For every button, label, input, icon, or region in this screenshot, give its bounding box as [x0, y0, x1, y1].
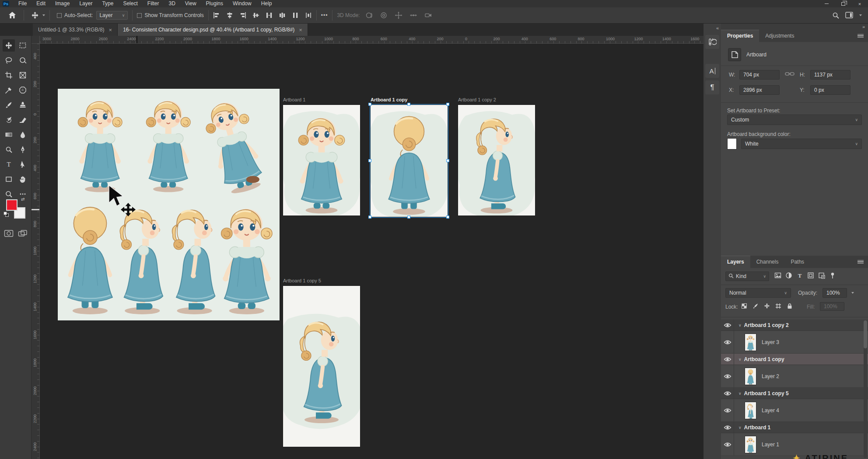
- tool-preset-caret-icon[interactable]: [42, 14, 45, 16]
- layer-group-row[interactable]: ∨Artboard 1: [721, 422, 868, 433]
- slide-3d-icon[interactable]: [410, 11, 417, 19]
- blend-mode-dropdown[interactable]: Normal∨: [725, 288, 791, 298]
- x-field[interactable]: 2896 px: [739, 85, 780, 95]
- width-field[interactable]: 704 px: [739, 70, 780, 80]
- visibility-eye-icon[interactable]: [721, 354, 734, 365]
- tab-channels[interactable]: Channels: [750, 256, 785, 268]
- eyedropper-tool-icon[interactable]: [3, 84, 15, 96]
- menu-item-filter[interactable]: Filter: [143, 0, 164, 7]
- opacity-caret-icon[interactable]: [851, 292, 854, 294]
- home-icon[interactable]: [5, 11, 19, 20]
- group-caret-icon[interactable]: ∨: [738, 391, 742, 396]
- menu-item-help[interactable]: Help: [256, 0, 277, 7]
- visibility-eye-icon[interactable]: [721, 320, 734, 330]
- panel-menu-icon[interactable]: [858, 33, 864, 39]
- align-top-icon[interactable]: [252, 12, 259, 19]
- tab-adjustments[interactable]: Adjustments: [759, 30, 800, 42]
- y-field[interactable]: 0 px: [810, 85, 850, 95]
- lock-transparent-icon[interactable]: [741, 303, 747, 309]
- link-dimensions-icon[interactable]: [785, 71, 794, 79]
- type-tool-icon[interactable]: T: [3, 158, 15, 170]
- visibility-eye-icon[interactable]: [721, 422, 734, 433]
- dolly-3d-icon[interactable]: [424, 11, 432, 19]
- move-tool-options-icon[interactable]: [28, 11, 42, 19]
- lock-artboard-icon[interactable]: [775, 303, 781, 309]
- layer-row[interactable]: Layer 2: [721, 365, 868, 388]
- visibility-eye-icon[interactable]: [721, 399, 734, 421]
- tab-layers[interactable]: Layers: [721, 256, 750, 268]
- menu-item-edit[interactable]: Edit: [32, 0, 50, 7]
- auto-select-target-dropdown[interactable]: Layer ∨: [96, 11, 128, 20]
- layer-group-row[interactable]: ∨Artboard 1 copy 2: [721, 320, 868, 331]
- visibility-eye-icon[interactable]: [721, 388, 734, 399]
- history-brush-tool-icon[interactable]: [3, 114, 15, 126]
- group-caret-icon[interactable]: ∨: [738, 357, 742, 362]
- object-select-tool-icon[interactable]: [17, 54, 29, 66]
- artboard-3[interactable]: [458, 105, 535, 216]
- artboard-canvas-label[interactable]: Artboard 1 copy 5: [283, 278, 321, 283]
- distribute-right-edge-icon[interactable]: [292, 12, 299, 19]
- tab-paths[interactable]: Paths: [784, 256, 810, 268]
- shape-layer-filter-icon[interactable]: [807, 272, 814, 281]
- drag-3d-icon[interactable]: [395, 11, 402, 19]
- menu-item-layer[interactable]: Layer: [74, 0, 97, 7]
- document-canvas[interactable]: Artboard 1 Artboard 1 copy Artboard 1 co…: [40, 44, 704, 459]
- group-caret-icon[interactable]: ∨: [738, 425, 742, 430]
- horizontal-ruler[interactable]: 3000280026002400220020001800160014001200…: [40, 36, 704, 44]
- layers-scrollbar[interactable]: [864, 320, 867, 458]
- chevron-down-icon[interactable]: [859, 14, 862, 16]
- collapse-panels-icon[interactable]: «: [716, 25, 718, 31]
- quick-mask-icon[interactable]: [3, 227, 15, 240]
- artboard-4[interactable]: [283, 286, 360, 447]
- menu-item-view[interactable]: View: [180, 0, 201, 7]
- auto-select-checkbox[interactable]: [57, 13, 62, 18]
- rectangle-tool-icon[interactable]: [3, 173, 15, 185]
- distribute-gap-icon[interactable]: [305, 12, 312, 19]
- artboard-canvas-label[interactable]: Artboard 1 copy: [371, 97, 407, 102]
- bg-color-dropdown[interactable]: White∨: [741, 139, 862, 149]
- dodge-tool-icon[interactable]: [3, 143, 15, 156]
- lock-paint-icon[interactable]: [752, 303, 759, 309]
- distribute-center-icon[interactable]: [279, 12, 286, 19]
- artboard-1[interactable]: [283, 105, 360, 216]
- expand-panels-icon[interactable]: »: [862, 24, 864, 29]
- menu-item-image[interactable]: Image: [50, 0, 74, 7]
- tab-properties[interactable]: Properties: [721, 30, 759, 42]
- layer-filter-kind-dropdown[interactable]: Kind ∨: [725, 271, 769, 281]
- swap-colors-icon[interactable]: ⇄: [21, 197, 24, 202]
- paragraph-panel-icon[interactable]: ¶: [705, 80, 719, 94]
- search-icon[interactable]: [832, 12, 839, 19]
- lasso-tool-icon[interactable]: [3, 54, 15, 66]
- artboard-canvas-label[interactable]: Artboard 1 copy 2: [458, 97, 496, 102]
- orbit-3d-icon[interactable]: [365, 11, 373, 19]
- preset-dropdown[interactable]: Custom∨: [727, 115, 862, 125]
- artboard-canvas-label[interactable]: Artboard 1: [283, 97, 305, 102]
- panel-menu-icon[interactable]: [858, 259, 864, 265]
- character-panel-icon[interactable]: A: [705, 64, 719, 78]
- eraser-tool-icon[interactable]: [17, 114, 29, 126]
- adjustment-layer-filter-icon[interactable]: [785, 272, 792, 281]
- pixel-layer-filter-icon[interactable]: [774, 272, 781, 281]
- path-select-tool-icon[interactable]: [17, 158, 29, 170]
- menu-item-3d[interactable]: 3D: [164, 0, 180, 7]
- menu-item-window[interactable]: Window: [228, 0, 256, 7]
- brush-tool-icon[interactable]: [3, 99, 15, 111]
- character-reference-image[interactable]: [58, 89, 280, 320]
- marquee-tool-icon[interactable]: [17, 39, 29, 52]
- workspace-icon[interactable]: [845, 12, 853, 19]
- lock-move-icon[interactable]: [764, 303, 770, 309]
- opacity-field[interactable]: 100%: [822, 288, 847, 298]
- align-center-h-icon[interactable]: [226, 12, 233, 19]
- visibility-eye-icon[interactable]: [721, 365, 734, 387]
- menu-item-file[interactable]: File: [14, 0, 32, 7]
- close-tab-icon[interactable]: ×: [109, 27, 112, 33]
- restore-window-icon[interactable]: [835, 0, 851, 7]
- frame-tool-icon[interactable]: [17, 69, 29, 81]
- gradient-tool-icon[interactable]: [3, 129, 15, 141]
- menu-item-plugins[interactable]: Plugins: [201, 0, 228, 7]
- clone-stamp-tool-icon[interactable]: [17, 99, 29, 111]
- align-right-icon[interactable]: [239, 12, 246, 19]
- artboard-2[interactable]: [371, 105, 448, 217]
- ruler-origin-corner[interactable]: [32, 36, 40, 44]
- history-panel-icon[interactable]: [705, 35, 719, 49]
